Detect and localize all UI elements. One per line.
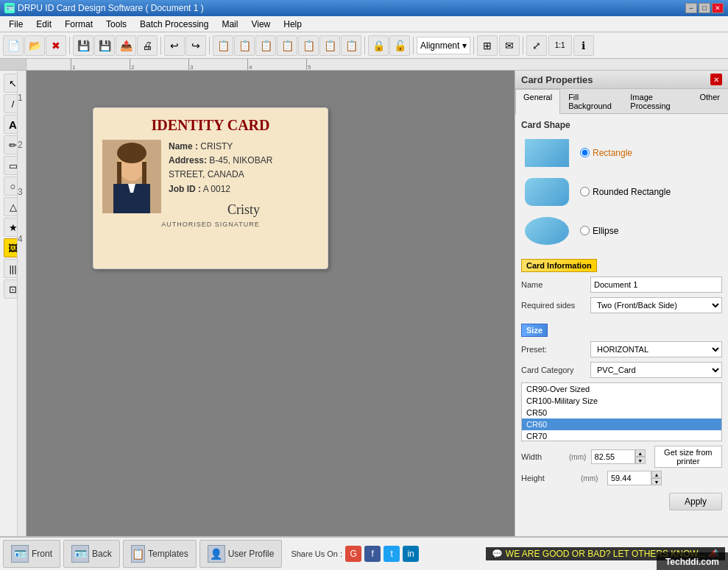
back-button[interactable]: 🪪 Back xyxy=(63,540,120,568)
tb-btn-4d[interactable]: 📋 xyxy=(277,35,297,56)
menu-help[interactable]: Help xyxy=(278,18,308,31)
open-button[interactable]: 📂 xyxy=(24,35,45,56)
name-input[interactable] xyxy=(590,277,722,293)
tab-general[interactable]: General xyxy=(515,89,560,114)
facebook-icon[interactable]: f xyxy=(364,546,381,562)
tb-btn-ratio[interactable]: 1:1 xyxy=(548,35,572,56)
get-size-from-printer-button[interactable]: Get size from printer xyxy=(654,446,722,468)
twitter-icon[interactable]: t xyxy=(384,546,400,562)
canvas-area[interactable]: IDENTITY CARD xyxy=(26,71,515,536)
undo-button[interactable]: ↩ xyxy=(164,35,185,56)
width-spinner[interactable]: ▲ ▼ xyxy=(635,449,646,464)
export-button[interactable]: 📤 xyxy=(116,35,136,56)
width-spin-down[interactable]: ▼ xyxy=(635,457,646,464)
tab-other[interactable]: Other xyxy=(691,89,728,113)
vertical-ruler: 1 2 3 4 xyxy=(17,71,26,536)
title-bar-buttons[interactable]: − □ ✕ xyxy=(685,3,724,13)
radio-rectangle-input[interactable] xyxy=(580,148,590,157)
tb-btn-4a[interactable]: 📋 xyxy=(213,35,233,56)
shape-preview-ellipse xyxy=(521,214,573,247)
shape-ellipse-icon xyxy=(525,217,569,245)
templates-label: Templates xyxy=(148,549,188,559)
list-item-cr90[interactable]: CR90-Over Sized xyxy=(522,383,721,395)
radio-rounded-input[interactable] xyxy=(580,187,590,196)
radio-ellipse[interactable]: Ellipse xyxy=(580,226,618,236)
list-item-cr100[interactable]: CR100-Military Size xyxy=(522,395,721,407)
svg-rect-5 xyxy=(142,162,146,184)
close-button[interactable]: ✕ xyxy=(712,3,724,13)
card-shape-title: Card Shape xyxy=(521,120,722,130)
width-spin-up[interactable]: ▲ xyxy=(635,449,646,457)
height-spinner[interactable]: ▲ ▼ xyxy=(651,471,662,485)
linkedin-icon[interactable]: in xyxy=(403,546,419,562)
ruler-tick-1: 1 xyxy=(71,59,75,71)
size-section-header: Size xyxy=(521,324,548,337)
tb-btn-4c[interactable]: 📋 xyxy=(255,35,276,56)
radio-rectangle[interactable]: Rectangle xyxy=(580,148,632,158)
radio-rounded[interactable]: Rounded Rectangle xyxy=(580,187,671,197)
height-input[interactable] xyxy=(607,471,651,485)
new-button[interactable]: 📄 xyxy=(3,35,24,56)
vruler-4: 4 xyxy=(18,234,26,244)
front-button[interactable]: 🪪 Front xyxy=(3,540,60,568)
tb-btn-4g[interactable]: 📋 xyxy=(341,35,361,56)
tb-btn-4e[interactable]: 📋 xyxy=(298,35,319,56)
redo-button[interactable]: ↪ xyxy=(185,35,206,56)
ruler-tick-4: 4 xyxy=(247,59,252,71)
app-title: DRPU ID Card Design Software ( Document … xyxy=(18,3,204,13)
menu-file[interactable]: File xyxy=(3,18,29,31)
google-plus-icon[interactable]: G xyxy=(345,546,361,562)
tb-btn-resize[interactable]: ⤢ xyxy=(526,35,547,56)
width-input[interactable] xyxy=(591,449,635,464)
toolbar-sep-2 xyxy=(160,37,161,54)
left-toolbar: ↖ / A ✏ ▭ ○ △ ★ 🖼 ||| ⊡ 1 2 3 4 xyxy=(0,71,26,536)
unlock-button[interactable]: 🔓 xyxy=(389,35,410,56)
card-size-list[interactable]: CR90-Over Sized CR100-Military Size CR50… xyxy=(521,382,722,441)
print-button[interactable]: 🖨 xyxy=(137,35,158,56)
height-spin-down[interactable]: ▼ xyxy=(651,478,662,485)
shape-row-ellipse: Ellipse xyxy=(521,214,722,247)
toolbar-group-4: 📋 📋 📋 📋 📋 📋 📋 xyxy=(213,35,361,56)
main-area: ↖ / A ✏ ▭ ○ △ ★ 🖼 ||| ⊡ 1 2 3 4 IDENTITY… xyxy=(0,71,728,536)
lock-button[interactable]: 🔒 xyxy=(368,35,389,56)
tab-fill-background[interactable]: Fill Background xyxy=(560,89,622,113)
templates-button[interactable]: 📋 Templates xyxy=(123,540,197,568)
height-input-group: ▲ ▼ xyxy=(607,471,662,485)
menu-batch-processing[interactable]: Batch Processing xyxy=(134,18,214,31)
shape-row-rect: Rectangle xyxy=(521,136,722,169)
menu-edit[interactable]: Edit xyxy=(30,18,57,31)
apply-button[interactable]: Apply xyxy=(669,493,722,510)
save-as-button[interactable]: 💾 xyxy=(94,35,115,56)
radio-ellipse-label: Ellipse xyxy=(593,226,618,236)
toolbar-sep-3 xyxy=(209,37,210,54)
category-select[interactable]: PVC_Card Business Card xyxy=(590,362,722,378)
preset-select[interactable]: HORIZONTAL VERTICAL xyxy=(590,341,722,357)
list-item-cr50[interactable]: CR50 xyxy=(522,407,721,418)
cp-close-button[interactable]: ✕ xyxy=(710,74,722,85)
tb-btn-4f[interactable]: 📋 xyxy=(319,35,340,56)
menu-view[interactable]: View xyxy=(245,18,276,31)
width-row: Width (mm) ▲ ▼ Get size from printer xyxy=(521,446,722,468)
radio-ellipse-input[interactable] xyxy=(580,226,590,235)
tb-btn-grid[interactable]: ⊞ xyxy=(477,35,498,56)
delete-button[interactable]: ✖ xyxy=(46,35,66,56)
sides-select[interactable]: Two (Front/Back Side) One (Front Side) xyxy=(590,297,722,313)
user-profile-button[interactable]: 👤 User Profile xyxy=(199,540,283,568)
list-item-cr70[interactable]: CR70 xyxy=(522,430,721,441)
alignment-dropdown[interactable]: Alignment ▾ xyxy=(417,37,470,54)
height-spin-up[interactable]: ▲ xyxy=(651,471,662,478)
tb-btn-info[interactable]: ℹ xyxy=(573,35,594,56)
ruler-tick-5: 5 xyxy=(306,59,311,71)
tb-btn-mail[interactable]: ✉ xyxy=(499,35,520,56)
menu-tools[interactable]: Tools xyxy=(100,18,132,31)
menu-mail[interactable]: Mail xyxy=(216,18,244,31)
save-button[interactable]: 💾 xyxy=(73,35,93,56)
tab-image-processing[interactable]: Image Processing xyxy=(622,89,691,113)
cp-tabs: General Fill Background Image Processing… xyxy=(515,89,728,114)
maximize-button[interactable]: □ xyxy=(699,3,710,13)
tb-btn-4b[interactable]: 📋 xyxy=(234,35,255,56)
minimize-button[interactable]: − xyxy=(685,3,697,13)
list-item-cr60[interactable]: CR60 xyxy=(522,418,721,430)
back-icon: 🪪 xyxy=(71,545,89,563)
menu-format[interactable]: Format xyxy=(59,18,99,31)
